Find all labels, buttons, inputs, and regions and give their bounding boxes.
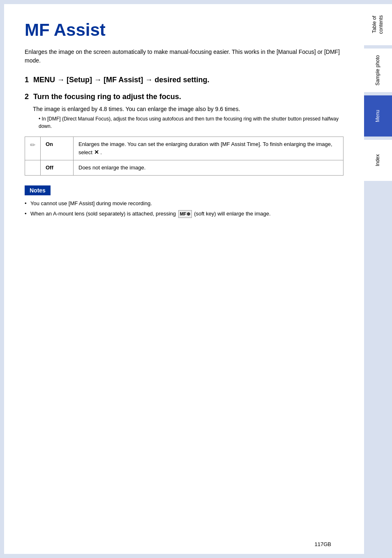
sidebar-tab-table-of-contents[interactable]: Table ofcontents <box>364 4 392 45</box>
page-number: 117GB <box>315 541 331 547</box>
step-1-number: 1 <box>25 76 29 84</box>
sidebar-tab-toc-label: Table ofcontents <box>371 15 384 34</box>
option-off-description: Does not enlarge the image. <box>74 160 344 176</box>
sidebar-tab-index[interactable]: Index <box>364 140 392 181</box>
mf-icon: MF⊕ <box>178 210 192 218</box>
step-2-text: Turn the focusing ring to adjust the foc… <box>33 93 181 101</box>
option-row-on: ✏ On Enlarges the image. You can set the… <box>25 137 344 160</box>
option-off-icon <box>25 160 41 176</box>
sidebar-tab-index-label: Index <box>375 154 381 166</box>
page-title: MF Assist <box>25 21 344 39</box>
option-on-name: On <box>41 137 74 160</box>
step-1: 1 MENU → [Setup] → [MF Assist] → desired… <box>25 75 344 85</box>
notes-header: Notes <box>25 185 51 195</box>
sidebar-tab-sample-photo[interactable]: Sample photo <box>364 49 392 92</box>
sidebar-tab-sample-photo-label: Sample photo <box>375 55 381 86</box>
pencil-icon: ✏ <box>30 141 35 148</box>
notes-list: You cannot use [MF Assist] during movie … <box>25 199 344 218</box>
notes-item-2: When an A-mount lens (sold separately) i… <box>25 210 344 218</box>
main-content: MF Assist Enlarges the image on the scre… <box>4 4 364 554</box>
sidebar: Table ofcontents Sample photo Menu Index <box>364 0 392 558</box>
step-2-line: 2 Turn the focusing ring to adjust the f… <box>25 92 344 102</box>
step-1-text: MENU → [Setup] → [MF Assist] → desired s… <box>33 76 209 84</box>
notes-box: Notes You cannot use [MF Assist] during … <box>25 185 344 218</box>
step-2-number: 2 <box>25 93 29 101</box>
sidebar-tab-menu-label: Menu <box>375 110 381 122</box>
step-1-line: 1 MENU → [Setup] → [MF Assist] → desired… <box>25 75 344 85</box>
x-icon: ✕ <box>94 149 99 155</box>
step-2-bullet: • In [DMF] (Direct Manual Focus), adjust… <box>39 115 344 130</box>
option-row-off: Off Does not enlarge the image. <box>25 160 344 176</box>
step-2: 2 Turn the focusing ring to adjust the f… <box>25 92 344 130</box>
option-on-description: Enlarges the image. You can set the enla… <box>74 137 344 160</box>
sidebar-tab-menu[interactable]: Menu <box>364 95 392 137</box>
step-2-detail: The image is enlarged by 4.8 times. You … <box>33 105 344 113</box>
option-on-icon: ✏ <box>25 137 41 160</box>
option-off-name: Off <box>41 160 74 176</box>
options-table: ✏ On Enlarges the image. You can set the… <box>25 137 344 176</box>
notes-item-1: You cannot use [MF Assist] during movie … <box>25 199 344 208</box>
intro-text: Enlarges the image on the screen automat… <box>25 48 344 65</box>
